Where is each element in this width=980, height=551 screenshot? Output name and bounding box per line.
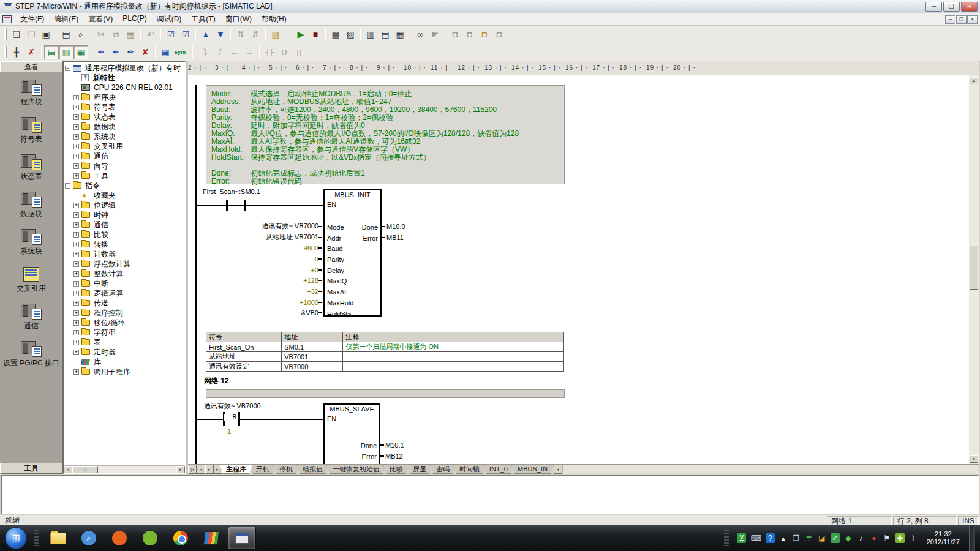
delete-network-button[interactable]: ✗ bbox=[24, 45, 39, 59]
pou-tab-3[interactable]: 模拟值 bbox=[296, 465, 329, 474]
expand-icon[interactable]: + bbox=[74, 301, 79, 306]
viewbar-item-7[interactable]: 设置 PG/PC 接口 bbox=[0, 341, 62, 378]
symbol-table-row[interactable]: 从站地址VB7001 bbox=[206, 352, 564, 362]
tree-row[interactable]: +通信 bbox=[65, 220, 185, 230]
insert-box-button[interactable]: ▯ bbox=[292, 45, 306, 59]
chart-status-button[interactable]: ▥ bbox=[363, 28, 378, 42]
vertical-scrollbar[interactable]: ▴ ▾ bbox=[969, 75, 979, 464]
print-button[interactable]: ▤ bbox=[59, 28, 74, 42]
ladder-canvas[interactable]: Mode:模式选择，启动/停止MODBUS，1=启动；0=停止Address:从… bbox=[188, 75, 969, 464]
view-section-header[interactable]: 查看 bbox=[0, 61, 62, 72]
tree-row[interactable]: ★收藏夹 bbox=[65, 190, 185, 200]
pause-program-status-button[interactable]: ▨ bbox=[343, 28, 358, 42]
read-force-button[interactable]: ◘ bbox=[477, 28, 492, 42]
scrollbar-thumb[interactable] bbox=[970, 246, 978, 290]
line-right-button[interactable]: → bbox=[242, 45, 257, 59]
horizontal-scrollbar-track[interactable] bbox=[562, 465, 979, 474]
force-lock-button[interactable]: ◘ bbox=[448, 28, 462, 42]
umbrella-icon[interactable]: ☂ bbox=[805, 533, 813, 543]
viewbar-item-1[interactable]: 符号表 bbox=[0, 117, 62, 154]
next-bookmark-button[interactable]: ✒ bbox=[108, 45, 123, 59]
usb-device-icon[interactable]: ⊻ bbox=[737, 533, 746, 543]
tools-section-header[interactable]: 工具 bbox=[0, 463, 62, 474]
menu-item-4[interactable]: 调试(D) bbox=[152, 13, 187, 26]
pou-tab-5[interactable]: 比较 bbox=[383, 465, 409, 474]
save-button[interactable]: ▣ bbox=[39, 28, 53, 42]
viewbar-item-6[interactable]: 通信 bbox=[0, 304, 62, 341]
tree-horizontal-scrollbar[interactable]: ◂ ⁞⁞⁞ ▸ bbox=[64, 465, 185, 473]
menu-item-7[interactable]: 帮助(H) bbox=[257, 13, 292, 26]
minimize-button[interactable]: ─ bbox=[925, 2, 942, 12]
tree-row[interactable]: +计数器 bbox=[65, 249, 185, 259]
show-hidden-icons-icon[interactable]: ▴ bbox=[779, 533, 788, 543]
print-preview-button[interactable]: ⌕ bbox=[74, 28, 88, 42]
symbol-table-row[interactable]: First_Scan_OnSM0.1仅第一个扫描周期中接通为 ON bbox=[206, 342, 564, 352]
taskbar-simatic-window-button[interactable] bbox=[228, 527, 256, 550]
scrollbar-thumb[interactable]: ⁞⁞⁞ bbox=[72, 466, 98, 473]
pou-tab-7[interactable]: 密码 bbox=[430, 465, 456, 474]
tree-row[interactable]: CPU 226 CN REL 02.01 bbox=[65, 83, 185, 92]
media-app-icon[interactable]: ◪ bbox=[818, 533, 826, 543]
pou-tab-8[interactable]: 时间锁 bbox=[453, 465, 486, 474]
taskbar-firefox-button[interactable] bbox=[105, 527, 134, 550]
viewbar-item-4[interactable]: 系统块 bbox=[0, 229, 62, 266]
viewbar-item-2[interactable]: 状态表 bbox=[0, 154, 62, 192]
tree-row[interactable]: +传送 bbox=[65, 298, 185, 308]
unforce-lock-button[interactable]: ◘ bbox=[462, 28, 477, 42]
menu-item-3[interactable]: PLC(P) bbox=[118, 13, 151, 26]
program-status-button[interactable]: ▩ bbox=[328, 28, 343, 42]
tree-row[interactable]: ?新特性 bbox=[65, 73, 185, 83]
window-restore-icon[interactable]: ❐ bbox=[792, 533, 801, 543]
download-button[interactable]: ▼ bbox=[213, 28, 228, 42]
open-button[interactable]: ❒ bbox=[24, 28, 39, 42]
tree-row[interactable]: +移位/循环 bbox=[65, 318, 185, 328]
cut-button[interactable]: ✂ bbox=[94, 28, 108, 42]
menu-item-0[interactable]: 文件(F) bbox=[15, 13, 49, 26]
tree-row[interactable]: +逻辑运算 bbox=[65, 288, 185, 298]
mdi-document-icon[interactable] bbox=[2, 15, 12, 23]
scroll-right-icon[interactable]: ▸ bbox=[176, 466, 185, 473]
symbol-info-table-toggle-button[interactable]: ▦ bbox=[74, 45, 88, 59]
tree-row[interactable]: +转换 bbox=[65, 239, 185, 249]
tree-row[interactable]: +通信 bbox=[65, 151, 185, 161]
tree-row[interactable]: +表 bbox=[65, 337, 185, 347]
insert-contact-button[interactable]: ┤├ bbox=[262, 45, 277, 59]
paste-button[interactable]: ▦ bbox=[123, 28, 138, 42]
tree-row[interactable]: −通用程序模拟量改（新）有时 bbox=[65, 63, 185, 73]
expand-icon[interactable]: + bbox=[74, 320, 79, 326]
tree-row[interactable]: −指令 bbox=[65, 181, 185, 190]
pou-tab-4[interactable]: 一键恢复初始值 bbox=[326, 465, 386, 474]
taskbar-search-app-button[interactable]: ⌕ bbox=[75, 527, 103, 550]
mbus-slave-block[interactable]: MBUS_SLAVEENDoneError bbox=[323, 403, 380, 464]
expand-icon[interactable]: + bbox=[74, 222, 79, 228]
insert-coil-button[interactable]: ( ) bbox=[277, 45, 292, 59]
scroll-up-icon[interactable]: ▴ bbox=[970, 77, 978, 84]
scroll-left-icon[interactable]: ◂ bbox=[64, 466, 72, 473]
first-tab-icon[interactable]: |◂ bbox=[188, 465, 197, 474]
pou-tab-6[interactable]: 屏显 bbox=[407, 465, 432, 474]
tree-row[interactable]: +数据块 bbox=[65, 122, 185, 132]
help-icon[interactable]: ? bbox=[766, 533, 775, 543]
write-all-button[interactable]: ▦ bbox=[393, 28, 407, 42]
pou-tab-2[interactable]: 停机 bbox=[273, 465, 299, 474]
run-button[interactable]: ▶ bbox=[293, 28, 308, 42]
expand-icon[interactable]: + bbox=[74, 134, 79, 140]
tree-row[interactable]: +工具 bbox=[65, 171, 185, 181]
expand-icon[interactable]: + bbox=[74, 291, 79, 296]
expand-icon[interactable]: + bbox=[74, 369, 79, 375]
expand-icon[interactable]: + bbox=[74, 350, 79, 355]
taskbar-explorer-button[interactable] bbox=[44, 527, 72, 550]
expand-icon[interactable]: + bbox=[74, 242, 79, 247]
clear-bookmarks-button[interactable]: ✘ bbox=[138, 45, 153, 59]
compile-all-button[interactable]: ☑ bbox=[178, 28, 193, 42]
single-read-button[interactable]: ▤ bbox=[378, 28, 393, 42]
undo-button[interactable]: ↶ bbox=[143, 28, 158, 42]
viewbar-item-0[interactable]: 程序块 bbox=[0, 80, 62, 117]
keyboard-icon[interactable]: ⌨ bbox=[750, 533, 761, 543]
taskbar-step7-button[interactable] bbox=[197, 527, 225, 550]
menu-item-2[interactable]: 查看(V) bbox=[83, 13, 118, 26]
new-button[interactable]: ❏ bbox=[9, 28, 24, 42]
safety-plus-icon[interactable]: ✚ bbox=[895, 533, 905, 543]
pou-comment-toggle-button[interactable]: ▤ bbox=[44, 45, 59, 59]
stop-button[interactable]: ■ bbox=[308, 28, 323, 42]
